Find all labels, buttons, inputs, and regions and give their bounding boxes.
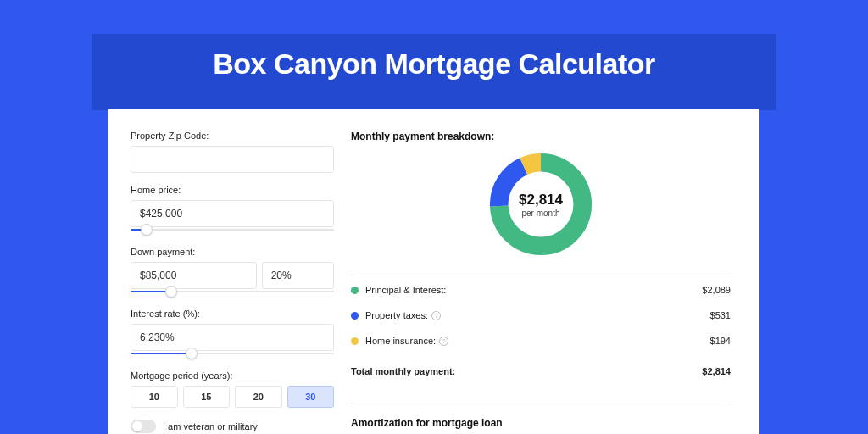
- period-button-15[interactable]: 15: [183, 386, 231, 408]
- calculator-card: Property Zip Code: Home price: Down paym…: [108, 108, 760, 434]
- interest-slider[interactable]: [131, 350, 334, 359]
- downpayment-slider[interactable]: [131, 288, 334, 297]
- homeprice-input[interactable]: [131, 200, 334, 227]
- downpayment-input[interactable]: [131, 262, 257, 289]
- total-value: $2,814: [702, 366, 731, 376]
- legend-row-ins: Home insurance: ? $194: [351, 328, 731, 353]
- breakdown-donut-chart: $2,814 per month: [486, 149, 596, 259]
- form-panel: Property Zip Code: Home price: Down paym…: [131, 131, 334, 434]
- amortization-title: Amortization for mortgage loan: [351, 417, 731, 429]
- legend-value: $2,089: [702, 285, 731, 295]
- period-label: Mortgage period (years):: [131, 370, 334, 381]
- legend-value: $531: [710, 310, 731, 320]
- interest-label: Interest rate (%):: [131, 309, 334, 319]
- legend-label: Home insurance:: [365, 336, 436, 346]
- info-icon[interactable]: ?: [439, 337, 448, 346]
- period-button-30[interactable]: 30: [287, 386, 335, 408]
- legend-row-tax: Property taxes: ? $531: [351, 303, 731, 328]
- veteran-toggle[interactable]: [131, 420, 156, 433]
- legend-row-total: Total monthly payment: $2,814: [351, 357, 731, 384]
- breakdown-title: Monthly payment breakdown:: [351, 131, 731, 142]
- dot-icon: [351, 287, 359, 294]
- veteran-label: I am veteran or military: [163, 421, 258, 431]
- donut-amount: $2,814: [519, 192, 563, 209]
- legend-label: Principal & Interest:: [365, 285, 446, 295]
- downpayment-label: Down payment:: [131, 247, 334, 257]
- legend-label: Property taxes:: [365, 310, 428, 320]
- zip-input[interactable]: [131, 146, 334, 173]
- donut-sub: per month: [521, 209, 559, 218]
- legend-row-pi: Principal & Interest: $2,089: [351, 275, 731, 303]
- zip-label: Property Zip Code:: [131, 131, 334, 141]
- info-icon[interactable]: ?: [431, 311, 441, 320]
- homeprice-label: Home price:: [131, 185, 334, 195]
- total-label: Total monthly payment:: [351, 366, 455, 376]
- legend-value: $194: [710, 336, 731, 346]
- amortization-section: Amortization for mortgage loan Amortizat…: [351, 403, 731, 434]
- legend: Principal & Interest: $2,089 Property ta…: [351, 275, 731, 384]
- page-title: Box Canyon Mortgage Calculator: [0, 47, 868, 81]
- breakdown-panel: Monthly payment breakdown: $2,814 per mo…: [351, 131, 736, 434]
- interest-input[interactable]: [131, 324, 334, 351]
- dot-icon: [351, 312, 359, 320]
- downpayment-pct-input[interactable]: [262, 262, 334, 289]
- period-button-20[interactable]: 20: [235, 386, 282, 408]
- dot-icon: [351, 337, 359, 345]
- homeprice-slider[interactable]: [131, 226, 334, 235]
- period-button-10[interactable]: 10: [131, 386, 178, 408]
